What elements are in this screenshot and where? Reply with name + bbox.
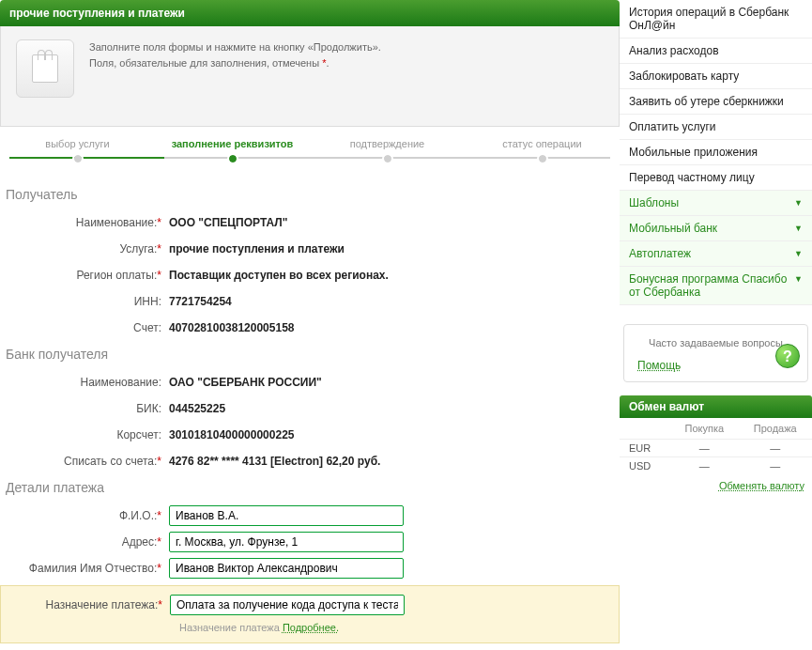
question-icon[interactable]: ? xyxy=(775,344,800,368)
sidebar-item-templates[interactable]: Шаблоны▼ xyxy=(620,191,812,216)
value-region: Поставщик доступен во всех регионах. xyxy=(169,269,389,282)
label-bank-name: Наименование: xyxy=(80,376,161,389)
rate-row-eur: EUR—— xyxy=(620,440,812,457)
label-inn: ИНН: xyxy=(134,295,161,308)
value-service: прочие поступления и платежи xyxy=(169,242,345,255)
sidebar-item-history[interactable]: История операций в Сбербанк ОнЛ@йн xyxy=(620,0,812,39)
exchange-link[interactable]: Обменять валюту xyxy=(620,474,812,497)
label-bik: БИК: xyxy=(136,402,161,415)
chevron-down-icon: ▼ xyxy=(794,274,803,284)
value-account: 40702810038120005158 xyxy=(169,321,294,334)
intro-text: Заполните поля формы и нажмите на кнопку… xyxy=(89,39,381,70)
fio-input[interactable] xyxy=(169,505,404,526)
rate-row-usd: USD—— xyxy=(620,457,812,475)
value-inn: 7721754254 xyxy=(169,295,232,308)
sidebar-item-analysis[interactable]: Анализ расходов xyxy=(620,39,812,64)
label-debit-from: Списать со счета: xyxy=(64,455,157,468)
sidebar-item-lost-book[interactable]: Заявить об утере сберкнижки xyxy=(620,89,812,115)
rates-header: Обмен валют xyxy=(620,395,812,418)
sidebar-item-mobile-bank[interactable]: Мобильный банк▼ xyxy=(620,216,812,241)
purpose-more-link[interactable]: Подробнее. xyxy=(283,622,339,633)
page-header: прочие поступления и платежи xyxy=(0,0,620,26)
sidebar-item-spasibo[interactable]: Бонусная программа Спасибо от Сбербанка▼ xyxy=(620,267,812,305)
step-choose-service: выбор услуги xyxy=(0,138,155,162)
section-details: Детали платежа xyxy=(6,480,620,495)
label-name: Наименование: xyxy=(76,216,158,229)
rates-col-buy: Покупка xyxy=(670,418,738,440)
purpose-input[interactable] xyxy=(170,595,405,615)
section-bank: Банк получателя xyxy=(6,347,620,362)
sidebar-item-block-card[interactable]: Заблокировать карту xyxy=(620,64,812,89)
label-full-name: Фамилия Имя Отчество: xyxy=(29,562,158,575)
bag-icon xyxy=(16,39,74,98)
full-name-input[interactable] xyxy=(169,558,404,579)
progress-tracker: выбор услуги заполнение реквизитов подтв… xyxy=(0,138,620,170)
label-account: Счет: xyxy=(133,321,161,334)
label-region: Регион оплаты: xyxy=(76,269,157,282)
label-purpose: Назначение платежа: xyxy=(45,598,158,611)
section-receiver: Получатель xyxy=(6,187,620,202)
purpose-box: Назначение платежа:* Назначение платежа … xyxy=(0,585,620,643)
step-status: статус операции xyxy=(465,138,620,162)
value-bik: 044525225 xyxy=(169,402,225,415)
chevron-down-icon: ▼ xyxy=(794,224,803,233)
chevron-down-icon: ▼ xyxy=(794,249,803,258)
help-link[interactable]: Помощь xyxy=(637,359,794,372)
rates-table: ПокупкаПродажа EUR—— USD—— xyxy=(620,418,812,474)
purpose-hint-text: Назначение платежа xyxy=(179,622,283,633)
sidebar-item-mobile-apps[interactable]: Мобильные приложения xyxy=(620,140,812,165)
intro-panel: Заполните поля формы и нажмите на кнопку… xyxy=(0,26,620,127)
sidebar-item-pay[interactable]: Оплатить услуги xyxy=(620,115,812,140)
label-service: Услуга: xyxy=(119,242,157,255)
help-box: Часто задаваемые вопросы ? Помощь xyxy=(623,324,808,382)
step-confirm: подтверждение xyxy=(310,138,465,162)
step-fill-details: заполнение реквизитов xyxy=(155,138,310,162)
sidebar-item-transfer[interactable]: Перевод частному лицу xyxy=(620,165,812,191)
value-debit-from: 4276 82** **** 4131 [Electron] 62,20 руб… xyxy=(169,455,380,468)
rates-col-sell: Продажа xyxy=(738,418,812,440)
address-input[interactable] xyxy=(169,532,404,552)
value-name: ООО "СПЕЦПОРТАЛ" xyxy=(169,216,287,229)
value-bank-name: ОАО "СБЕРБАНК РОССИИ" xyxy=(169,376,322,389)
label-address: Адрес: xyxy=(122,535,158,549)
sidebar-item-autopayment[interactable]: Автоплатеж▼ xyxy=(620,241,812,267)
label-korr: Корсчет: xyxy=(116,428,161,441)
faq-text: Часто задаваемые вопросы xyxy=(637,336,794,349)
chevron-down-icon: ▼ xyxy=(794,198,803,208)
page-title: прочие поступления и платежи xyxy=(9,7,185,20)
value-korr: 30101810400000000225 xyxy=(169,428,294,441)
label-fio: Ф.И.О.: xyxy=(119,509,157,522)
